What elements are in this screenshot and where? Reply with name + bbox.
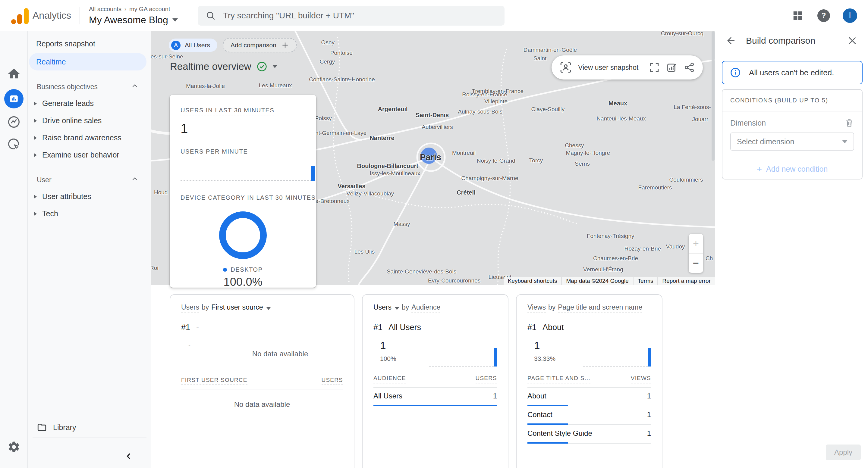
search-input[interactable]: [222, 10, 497, 21]
table-row: Content Style Guide1: [527, 425, 651, 444]
close-icon[interactable]: [847, 35, 858, 46]
sidebar-item-realtime[interactable]: Realtime: [29, 53, 147, 70]
scrollbar[interactable]: [712, 31, 715, 161]
map-label: Mantes-la-Jolie: [186, 83, 225, 90]
card-title[interactable]: Views by Page title and screen name: [527, 303, 651, 313]
expand-arrow-icon: [34, 136, 37, 140]
home-icon[interactable]: [7, 67, 21, 82]
section-header-business-objectives[interactable]: Business objectives: [28, 78, 151, 95]
collapse-sidebar-icon[interactable]: [124, 451, 134, 463]
advertising-icon[interactable]: [7, 137, 21, 153]
conditions-card: CONDITIONS (BUILD UP TO 5) Dimension Sel…: [722, 89, 863, 179]
brand-title: Analytics: [33, 10, 71, 21]
map-label: Magny-le-Hongre: [566, 150, 610, 156]
desktop-legend-label: DESKTOP: [230, 266, 262, 273]
avatar[interactable]: I: [843, 8, 857, 23]
dimension-select[interactable]: Select dimension: [730, 133, 854, 151]
report-nav: Reports snapshot Realtime Business objec…: [28, 31, 151, 468]
no-data-message: No data available: [217, 349, 343, 358]
table-row: About1: [527, 388, 651, 406]
map-label: Noisy-le-Grand: [477, 158, 516, 164]
sidebar-item-generate-leads[interactable]: Generate leads: [28, 95, 151, 112]
explore-icon[interactable]: [7, 115, 21, 130]
share-icon[interactable]: [684, 62, 695, 73]
map-label: Massy: [394, 221, 410, 227]
nav-rail: [0, 31, 28, 468]
empty-value-dash: -: [188, 341, 343, 348]
sidebar-item-examine-user-behavior[interactable]: Examine user behavior: [28, 146, 151, 164]
sidebar-item-tech[interactable]: Tech: [28, 205, 151, 222]
report-map-error-link[interactable]: Report a map error: [658, 277, 715, 285]
map-label: Nanterre: [370, 135, 394, 141]
no-data-issues-icon[interactable]: [256, 61, 268, 72]
help-icon[interactable]: ?: [817, 9, 830, 22]
sidebar-item-drive-online-sales[interactable]: Drive online sales: [28, 112, 151, 129]
apps-grid-icon[interactable]: [792, 10, 804, 22]
admin-gear-icon[interactable]: [7, 440, 21, 455]
search-icon: [206, 10, 216, 21]
main-content: Crouy-sur-OurcqOsnyDammartin-en-GoëlePon…: [151, 31, 715, 468]
column-header[interactable]: AUDIENCE: [373, 375, 406, 383]
page-title: Realtime overview: [170, 61, 251, 72]
all-users-comparison-chip[interactable]: A All Users: [169, 38, 217, 52]
keyboard-shortcuts-link[interactable]: Keyboard shortcuts: [504, 277, 561, 285]
map-label: Montreuil: [452, 150, 475, 156]
card-title[interactable]: Users by Audience: [373, 303, 497, 313]
sidebar-item-library[interactable]: Library: [37, 422, 76, 432]
search-bar[interactable]: [198, 6, 504, 26]
map-zoom-control: + −: [689, 234, 703, 273]
add-comparison-button[interactable]: Add comparison: [223, 38, 297, 53]
card-title[interactable]: Users by First user source: [181, 303, 343, 313]
column-header[interactable]: USERS: [321, 377, 343, 385]
map-label: Conflans-Sainte-Honorine: [309, 76, 375, 83]
info-icon: [730, 67, 741, 78]
users-by-audience-card: Users by Audience #1All Users 1 100% AUD…: [362, 294, 508, 468]
map-label: Faremoutiers: [638, 184, 672, 191]
chevron-down-icon: [173, 19, 178, 22]
sidebar-item-user-attributes[interactable]: User attributes: [28, 188, 151, 205]
column-header[interactable]: USERS: [475, 375, 497, 383]
table-row: Contact1: [527, 406, 651, 425]
map-label: Vaudoy: [666, 243, 685, 250]
chevron-up-icon: [131, 175, 138, 185]
map-label: Paris: [420, 152, 441, 162]
desktop-percentage: 100.0%: [170, 275, 316, 289]
map-label: Sainte-Geneviève-des-Bois: [387, 268, 456, 275]
delete-condition-icon[interactable]: [844, 118, 854, 128]
fullscreen-icon[interactable]: [649, 62, 660, 73]
chevron-down-icon: [842, 140, 847, 143]
reports-icon[interactable]: [4, 89, 24, 108]
chevron-down-icon[interactable]: [273, 65, 277, 68]
map-label: Aubervilliers: [422, 124, 453, 130]
sidebar-item-raise-brand-awareness[interactable]: Raise brand awareness: [28, 129, 151, 146]
users-30min-value: 1: [181, 121, 316, 136]
map-label: Coulommiers: [670, 176, 703, 183]
add-new-condition-button[interactable]: + Add new condition: [722, 159, 862, 179]
section-header-user[interactable]: User: [28, 172, 151, 188]
sidebar-item-reports-snapshot[interactable]: Reports snapshot: [28, 35, 151, 53]
edit-chart-icon[interactable]: [666, 62, 678, 73]
map-label: Pontoise: [330, 50, 352, 56]
zoom-out-button[interactable]: −: [689, 253, 703, 273]
map-label: int-Germain-en-Laye: [314, 130, 367, 136]
map-toolbar: View user snapshot: [552, 56, 703, 79]
comparison-badge-icon: A: [171, 41, 181, 50]
view-user-snapshot-button[interactable]: View user snapshot: [578, 64, 638, 72]
column-header[interactable]: FIRST USER SOURCE: [181, 377, 247, 385]
expand-arrow-icon: [34, 212, 37, 216]
property-selector[interactable]: My Awesome Blog: [89, 14, 178, 26]
analytics-logo-icon[interactable]: [10, 6, 29, 25]
expand-arrow-icon: [34, 119, 37, 123]
zoom-in-button[interactable]: +: [689, 234, 703, 253]
breadcrumb: All accounts › my GA account: [89, 6, 178, 13]
divider: [80, 7, 80, 24]
divider: [151, 54, 715, 54]
column-header[interactable]: VIEWS: [631, 375, 651, 383]
account-switcher[interactable]: All accounts › my GA account My Awesome …: [89, 6, 178, 26]
back-arrow-icon[interactable]: [725, 35, 736, 46]
apply-button[interactable]: Apply: [826, 444, 861, 460]
top-rank-row: #1About: [527, 323, 651, 332]
map-label: res-sur-Seine: [151, 53, 183, 60]
terms-link[interactable]: Terms: [633, 277, 658, 285]
column-header[interactable]: PAGE TITLE AND S...: [527, 375, 590, 383]
